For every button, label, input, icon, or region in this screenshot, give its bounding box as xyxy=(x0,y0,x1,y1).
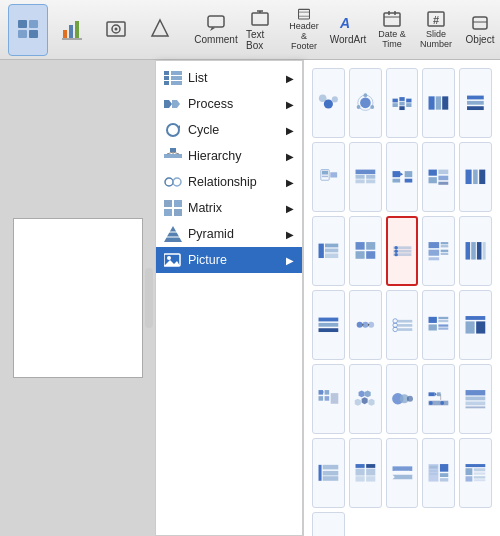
svg-rect-0 xyxy=(18,20,27,28)
grid-item-23[interactable] xyxy=(422,364,455,434)
grid-item-2[interactable] xyxy=(386,68,419,138)
svg-rect-121 xyxy=(429,250,440,256)
svg-rect-123 xyxy=(441,253,449,255)
grid-item-19[interactable] xyxy=(459,290,492,360)
shapes-icon xyxy=(148,18,172,40)
matrix-arrow: ▶ xyxy=(286,203,294,214)
list-arrow: ▶ xyxy=(286,73,294,84)
svg-rect-4 xyxy=(63,30,67,38)
grid-item-20[interactable] xyxy=(312,364,345,434)
screenshot-button[interactable] xyxy=(96,4,136,56)
grid-item-4[interactable] xyxy=(459,68,492,138)
wordart-button[interactable]: A WordArt xyxy=(328,4,368,56)
grid-item-22[interactable] xyxy=(386,364,419,434)
hierarchy-arrow: ▶ xyxy=(286,151,294,162)
relationship-arrow: ▶ xyxy=(286,177,294,188)
svg-marker-169 xyxy=(435,392,437,396)
grid-item-8[interactable] xyxy=(422,142,455,212)
grid-item-0[interactable] xyxy=(312,68,345,138)
grid-item-29[interactable] xyxy=(459,438,492,508)
grid-item-21[interactable] xyxy=(349,364,382,434)
svg-rect-101 xyxy=(466,170,472,184)
matrix-label: Matrix xyxy=(188,201,222,215)
svg-rect-203 xyxy=(474,468,485,471)
textbox-button[interactable]: Text Box xyxy=(240,4,280,56)
svg-rect-199 xyxy=(430,470,438,472)
svg-rect-53 xyxy=(164,209,172,216)
page-area xyxy=(0,60,155,536)
grid-item-12[interactable] xyxy=(386,216,419,286)
svg-rect-21 xyxy=(384,13,400,26)
grid-item-10[interactable] xyxy=(312,216,345,286)
datetime-button[interactable]: Date &Time xyxy=(372,4,412,56)
menu-item-matrix[interactable]: Matrix ▶ xyxy=(156,195,302,221)
svg-rect-196 xyxy=(440,473,448,477)
menu-item-hierarchy[interactable]: Hierarchy ▶ xyxy=(156,143,302,169)
textbox-label: Text Box xyxy=(246,29,274,51)
svg-rect-147 xyxy=(439,320,449,322)
grid-item-6[interactable] xyxy=(349,142,382,212)
grid-item-14[interactable] xyxy=(459,216,492,286)
grid-item-13[interactable] xyxy=(422,216,455,286)
svg-rect-96 xyxy=(429,170,437,176)
svg-rect-80 xyxy=(467,101,484,105)
menu-item-cycle[interactable]: Cycle ▶ xyxy=(156,117,302,143)
grid-item-28[interactable] xyxy=(422,438,455,508)
svg-marker-11 xyxy=(152,20,168,36)
menu-item-pyramid[interactable]: Pyramid ▶ xyxy=(156,221,302,247)
grid-item-26[interactable] xyxy=(349,438,382,508)
svg-rect-190 xyxy=(366,476,375,481)
grid-item-27[interactable] xyxy=(386,438,419,508)
scrollbar-thumb[interactable] xyxy=(145,268,153,328)
svg-rect-71 xyxy=(399,97,404,101)
grid-item-17[interactable] xyxy=(386,290,419,360)
grid-item-1[interactable] xyxy=(349,68,382,138)
slide-page xyxy=(13,218,143,378)
grid-item-30[interactable] xyxy=(312,512,345,536)
headerfooter-button[interactable]: Header &Footer xyxy=(284,4,324,56)
grid-item-18[interactable] xyxy=(422,290,455,360)
grid-item-3[interactable] xyxy=(422,68,455,138)
svg-point-62 xyxy=(324,99,333,108)
slidenumber-button[interactable]: # SlideNumber xyxy=(416,4,456,56)
menu-item-picture[interactable]: Picture ▶ xyxy=(156,247,302,273)
relationship-label: Relationship xyxy=(188,175,257,189)
grid-item-5[interactable] xyxy=(312,142,345,212)
svg-marker-156 xyxy=(323,391,324,393)
object-label: Object xyxy=(466,34,495,45)
grid-item-15[interactable] xyxy=(312,290,345,360)
svg-rect-109 xyxy=(366,242,375,250)
svg-rect-84 xyxy=(322,171,328,175)
textbox-icon xyxy=(250,9,270,27)
comment-label: Comment xyxy=(194,34,237,45)
shapes-button[interactable] xyxy=(140,4,180,56)
svg-rect-118 xyxy=(429,242,440,248)
grid-item-7[interactable] xyxy=(386,142,419,212)
grid-item-9[interactable] xyxy=(459,142,492,212)
svg-rect-180 xyxy=(466,406,486,408)
chart-button[interactable] xyxy=(52,4,92,56)
comment-button[interactable]: Comment xyxy=(196,4,236,56)
svg-rect-95 xyxy=(404,179,412,183)
svg-rect-170 xyxy=(437,392,441,396)
grid-item-24[interactable] xyxy=(459,364,492,434)
grid-item-25[interactable] xyxy=(312,438,345,508)
svg-rect-74 xyxy=(406,99,411,103)
svg-rect-6 xyxy=(75,21,79,38)
object-button[interactable]: Object xyxy=(460,4,500,56)
svg-rect-177 xyxy=(466,390,486,395)
menu-item-relationship[interactable]: Relationship ▶ xyxy=(156,169,302,195)
smartart-button[interactable] xyxy=(8,4,48,56)
pyramid-icon xyxy=(164,226,182,242)
menu-item-process[interactable]: Process ▶ xyxy=(156,91,302,117)
grid-item-11[interactable] xyxy=(349,216,382,286)
svg-rect-34 xyxy=(171,76,182,80)
svg-rect-69 xyxy=(392,99,397,103)
svg-rect-157 xyxy=(319,396,324,401)
svg-rect-30 xyxy=(164,71,169,75)
svg-line-48 xyxy=(173,152,179,154)
grid-item-16[interactable] xyxy=(349,290,382,360)
picture-icon xyxy=(164,252,182,268)
menu-item-list[interactable]: List ▶ xyxy=(156,65,302,91)
svg-rect-31 xyxy=(164,76,169,80)
